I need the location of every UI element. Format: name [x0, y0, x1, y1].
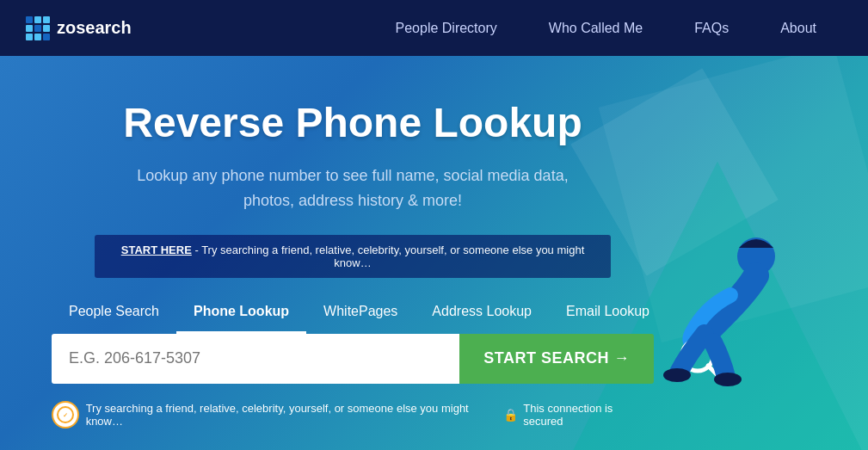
tab-people-search[interactable]: People Search — [52, 295, 176, 334]
svg-point-4 — [714, 373, 742, 386]
hero-illustration — [644, 222, 816, 394]
tab-phone-lookup[interactable]: Phone Lookup — [176, 295, 306, 334]
security-bar: ✓ Try searching a friend, relative, cele… — [52, 392, 654, 437]
logo-icon — [26, 16, 50, 40]
norton-text: Try searching a friend, relative, celebr… — [86, 402, 504, 428]
search-bar: START SEARCH → — [52, 334, 654, 384]
hero-subtitle: Lookup any phone number to see full name… — [52, 163, 654, 213]
nav-people-directory[interactable]: People Directory — [370, 0, 523, 56]
hero-section: Reverse Phone Lookup Lookup any phone nu… — [0, 56, 868, 450]
nav-links: People Directory Who Called Me FAQs Abou… — [370, 0, 842, 56]
secure-badge: 🔒 This connection is secured — [503, 402, 654, 428]
start-banner: START HERE - Try searching a friend, rel… — [95, 235, 611, 278]
nav-about[interactable]: About — [754, 0, 842, 56]
svg-point-3 — [663, 368, 691, 382]
logo-text: zosearch — [57, 18, 132, 38]
nav-who-called-me[interactable]: Who Called Me — [523, 0, 668, 56]
banner-text: - Try searching a friend, relative, cele… — [192, 243, 584, 269]
search-tabs: People Search Phone Lookup WhitePages Ad… — [52, 295, 654, 334]
phone-search-input[interactable] — [52, 334, 459, 384]
search-button-label: START SEARCH → — [483, 349, 630, 367]
norton-badge: ✓ Try searching a friend, relative, cele… — [52, 401, 503, 428]
nav-faqs[interactable]: FAQs — [668, 0, 754, 56]
navbar: zosearch People Directory Who Called Me … — [0, 0, 868, 56]
tab-email-lookup[interactable]: Email Lookup — [549, 295, 667, 334]
tab-address-lookup[interactable]: Address Lookup — [415, 295, 549, 334]
banner-prefix: START HERE — [121, 243, 192, 256]
svg-text:✓: ✓ — [63, 411, 68, 417]
secure-text: This connection is secured — [523, 402, 654, 428]
hero-content: Reverse Phone Lookup Lookup any phone nu… — [52, 99, 654, 437]
logo[interactable]: zosearch — [26, 16, 132, 40]
norton-icon: ✓ — [52, 401, 79, 428]
tab-whitepages[interactable]: WhitePages — [306, 295, 415, 334]
hero-title: Reverse Phone Lookup — [52, 99, 654, 146]
lock-icon: 🔒 — [503, 408, 518, 422]
search-button[interactable]: START SEARCH → — [459, 334, 654, 384]
